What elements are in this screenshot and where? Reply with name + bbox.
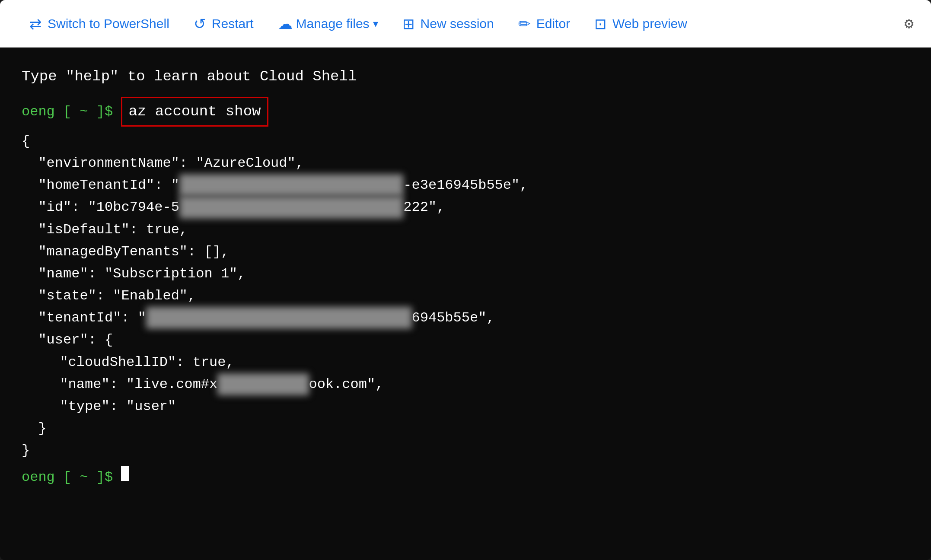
web-preview-label: Web preview bbox=[612, 16, 687, 31]
new-session-button[interactable]: ⊞ New session bbox=[390, 10, 506, 38]
manage-files-button[interactable]: ☁ Manage files ▾ bbox=[266, 10, 390, 38]
json-managed-by: "managedByTenants": [], bbox=[22, 241, 909, 263]
json-open-brace: { bbox=[22, 130, 909, 152]
terminal-cursor bbox=[121, 466, 129, 481]
editor-button[interactable]: ✏ Editor bbox=[506, 10, 582, 38]
json-tenant-id: "tenantId": "6--------------------------… bbox=[22, 307, 909, 329]
editor-label: Editor bbox=[536, 16, 570, 31]
new-session-label: New session bbox=[421, 16, 494, 31]
command-line: oeng [ ~ ]$ az account show bbox=[22, 97, 909, 126]
json-is-default: "isDefault": true, bbox=[22, 219, 909, 241]
json-cloud-shell-id: "cloudShellID": true, bbox=[43, 351, 909, 373]
web-preview-button[interactable]: ⊡ Web preview bbox=[582, 10, 699, 38]
manage-icon: ☁ bbox=[278, 15, 293, 32]
manage-label: Manage files bbox=[296, 16, 370, 31]
json-name: "name": "Subscription 1", bbox=[22, 263, 909, 285]
json-state: "state": "Enabled", bbox=[22, 285, 909, 307]
json-close-brace: } bbox=[22, 439, 909, 461]
blurred-tenant-id: 6------------------------------- bbox=[146, 307, 412, 329]
bottom-prompt: oeng [ ~ ]$ bbox=[22, 466, 113, 488]
terminal-output[interactable]: Type "help" to learn about Cloud Shell o… bbox=[0, 48, 931, 560]
json-output: { "environmentName": "AzureCloud", "home… bbox=[22, 130, 909, 462]
blurred-id: --------------------------- bbox=[179, 196, 403, 218]
json-user-name: "name": "live.com#x-----------ook.com", bbox=[43, 373, 909, 395]
switch-powershell-button[interactable]: ⇄ Switch to PowerShell bbox=[17, 10, 182, 38]
help-text: Type "help" to learn about Cloud Shell bbox=[22, 65, 909, 88]
prompt-prefix: oeng [ ~ ]$ bbox=[22, 101, 113, 123]
settings-icon[interactable]: ⚙ bbox=[904, 14, 914, 33]
editor-icon: ✏ bbox=[518, 15, 530, 32]
web-preview-icon: ⊡ bbox=[594, 15, 606, 32]
toolbar: ⇄ Switch to PowerShell ↺ Restart ☁ Manag… bbox=[0, 0, 931, 48]
json-home-tenant-id: "homeTenantId": "05--1256-6165-4---2-2b2… bbox=[22, 174, 909, 196]
blurred-home-tenant: 05--1256-6165-4---2-2b21--- bbox=[179, 174, 403, 196]
switch-label: Switch to PowerShell bbox=[48, 16, 169, 31]
json-user-open: "user": { bbox=[22, 329, 909, 351]
restart-button[interactable]: ↺ Restart bbox=[182, 10, 266, 38]
restart-label: Restart bbox=[212, 16, 254, 31]
chevron-down-icon: ▾ bbox=[373, 18, 378, 30]
json-environment-name: "environmentName": "AzureCloud", bbox=[22, 152, 909, 174]
json-id: "id": "10bc794e-5-----------------------… bbox=[22, 196, 909, 218]
command-highlight-box: az account show bbox=[121, 97, 268, 126]
bottom-prompt-line: oeng [ ~ ]$ bbox=[22, 466, 909, 488]
switch-icon: ⇄ bbox=[29, 15, 41, 32]
restart-icon: ↺ bbox=[194, 15, 206, 32]
json-user-type: "type": "user" bbox=[43, 395, 909, 417]
command-text: az account show bbox=[128, 103, 261, 120]
cloud-shell-window: ⇄ Switch to PowerShell ↺ Restart ☁ Manag… bbox=[0, 0, 931, 560]
blurred-username: ----------- bbox=[217, 373, 309, 395]
json-user-close: } bbox=[22, 417, 909, 439]
new-session-icon: ⊞ bbox=[402, 15, 414, 32]
